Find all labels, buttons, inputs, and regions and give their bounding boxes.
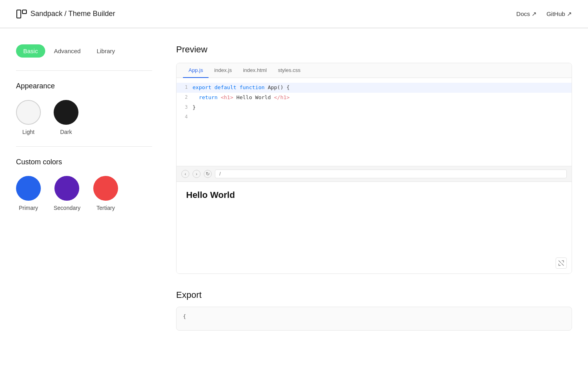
export-title: Export [176,290,572,300]
code-preview-box: App.js index.js index.html styles.css 1 … [176,63,572,274]
appearance-dark[interactable]: Dark [54,100,78,135]
color-tertiary[interactable]: Tertiary [93,176,118,211]
secondary-label: Secondary [54,205,80,211]
url-bar[interactable]: / [215,170,567,178]
appearance-options: Light Dark [16,100,152,135]
export-code-box: { [176,307,572,331]
light-circle[interactable] [16,100,41,125]
file-tab-indexjs[interactable]: index.js [209,63,237,78]
github-link[interactable]: GitHub ↗ [546,10,572,18]
header: Sandpack / Theme Builder Docs ↗ GitHub ↗ [0,0,588,28]
svg-rect-1 [22,10,26,14]
forward-button[interactable]: › [193,170,201,178]
sandpack-logo-icon [16,8,27,20]
code-line-2: 2 return <h1> Hello World </h1> [177,93,572,103]
color-primary[interactable]: Primary [16,176,41,211]
appearance-light[interactable]: Light [16,100,41,135]
tab-advanced[interactable]: Advanced [47,44,88,58]
secondary-circle[interactable] [54,176,79,201]
svg-rect-0 [17,10,21,18]
tertiary-label: Tertiary [96,205,115,211]
appearance-section: Appearance Light Dark [16,82,152,135]
hello-world-heading: Hello World [186,190,562,200]
file-tab-appjs[interactable]: App.js [183,63,209,78]
primary-circle[interactable] [16,176,41,201]
app-title: Sandpack / Theme Builder [30,10,115,18]
appearance-title: Appearance [16,82,152,90]
expand-icon [558,260,564,266]
dark-label: Dark [60,129,72,135]
browser-bar: ‹ › ↻ / [177,166,572,182]
header-nav: Docs ↗ GitHub ↗ [516,10,572,18]
appearance-divider [16,70,152,71]
tab-library[interactable]: Library [89,44,122,58]
code-line-4: 4 [177,112,572,122]
export-section: Export { [176,290,572,331]
file-tab-indexhtml[interactable]: index.html [237,63,272,78]
tertiary-circle[interactable] [93,176,118,201]
file-tab-stylescss[interactable]: styles.css [272,63,306,78]
left-panel: Basic Advanced Library Appearance Light … [16,44,152,331]
expand-button[interactable] [556,257,567,269]
file-tabs: App.js index.js index.html styles.css [177,63,572,78]
tab-basic[interactable]: Basic [16,44,45,58]
light-label: Light [22,129,34,135]
right-panel: Preview App.js index.js index.html style… [176,44,572,331]
main-content: Basic Advanced Library Appearance Light … [0,28,588,347]
custom-colors-section: Custom colors Primary Secondary Tertiary [16,158,152,211]
primary-label: Primary [19,205,38,211]
color-secondary[interactable]: Secondary [54,176,80,211]
reload-button[interactable]: ↻ [204,170,212,178]
colors-divider [16,146,152,147]
preview-output: Hello World [177,182,572,273]
custom-colors-row: Primary Secondary Tertiary [16,176,152,211]
dark-circle[interactable] [54,100,78,125]
preview-title: Preview [176,44,572,55]
code-editor: 1 export default function App() { 2 retu… [177,78,572,166]
docs-link[interactable]: Docs ↗ [516,10,537,18]
code-line-3: 3 } [177,103,572,113]
custom-colors-title: Custom colors [16,158,152,166]
back-button[interactable]: ‹ [181,170,189,178]
code-line-1: 1 export default function App() { [177,83,572,93]
logo: Sandpack / Theme Builder [16,8,115,20]
tab-bar: Basic Advanced Library [16,44,152,58]
